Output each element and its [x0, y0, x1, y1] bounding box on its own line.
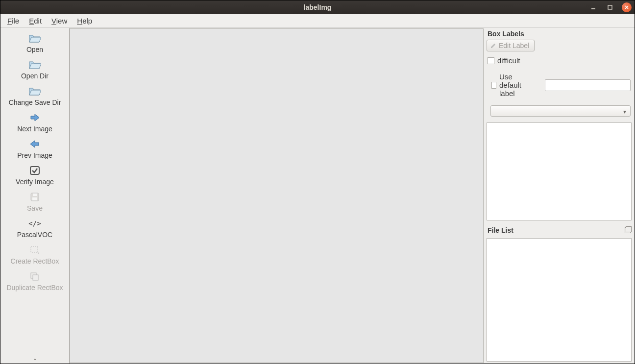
window-controls [588, 2, 632, 12]
menu-help[interactable]: Help [73, 15, 96, 26]
svg-rect-4 [30, 167, 39, 174]
file-list-panel: File List [486, 222, 633, 364]
svg-rect-1 [608, 5, 612, 9]
box-labels-list[interactable] [487, 122, 632, 220]
edit-label-button: Edit Label [487, 40, 535, 51]
use-default-label-checkbox[interactable] [491, 82, 496, 89]
next-image-button[interactable]: Next Image [0, 109, 69, 136]
folder-icon [28, 58, 41, 71]
edit-icon [490, 42, 497, 49]
difficult-label: difficult [497, 56, 520, 65]
use-default-label-row: Use default label [486, 71, 633, 99]
svg-rect-11 [33, 275, 38, 280]
use-default-label-text: Use default label [499, 73, 536, 97]
box-labels-title: Box Labels [486, 28, 633, 40]
default-label-input[interactable] [545, 79, 631, 91]
open-dir-label: Open Dir [21, 72, 49, 80]
edit-label-text: Edit Label [499, 42, 529, 49]
duplicate-rectbox-label: Duplicate RectBox [6, 284, 63, 291]
open-button[interactable]: Open [0, 30, 69, 56]
menubar: File Edit View Help [0, 14, 635, 28]
check-icon [29, 164, 40, 177]
maximize-icon [607, 4, 613, 10]
prev-image-label: Prev Image [17, 151, 52, 159]
change-save-dir-label: Change Save Dir [9, 98, 61, 106]
box-labels-panel: Box Labels Edit Label difficult Use defa… [486, 28, 633, 222]
duplicate-rectbox-button: Duplicate RectBox [0, 268, 69, 294]
code-icon: </> [28, 217, 41, 230]
app-window: labelImg File Edit View Help Open [0, 0, 635, 364]
format-label: PascalVOC [17, 231, 52, 239]
change-save-dir-button[interactable]: Change Save Dir [0, 83, 69, 109]
menu-view[interactable]: View [48, 15, 71, 26]
save-label: Save [27, 204, 43, 212]
file-list-header: File List [486, 224, 633, 235]
toolbar-expand-button[interactable]: ⌄ [0, 353, 69, 364]
rect-icon [29, 243, 40, 256]
create-rectbox-button: Create RectBox [0, 242, 69, 268]
folder-icon [28, 32, 41, 45]
minimize-button[interactable] [588, 2, 598, 12]
arrow-left-icon [29, 138, 41, 150]
svg-rect-6 [33, 194, 37, 196]
file-list-title: File List [488, 226, 513, 234]
menu-edit[interactable]: Edit [25, 15, 46, 26]
svg-rect-7 [32, 197, 37, 200]
label-combobox[interactable] [490, 105, 631, 117]
menu-file[interactable]: File [3, 15, 23, 26]
save-button: Save [0, 189, 69, 215]
right-panel: Box Labels Edit Label difficult Use defa… [484, 28, 635, 364]
undock-icon[interactable] [625, 227, 631, 233]
prev-image-button[interactable]: Prev Image [0, 136, 69, 162]
minimize-icon [590, 4, 596, 10]
next-image-label: Next Image [17, 125, 52, 133]
open-dir-button[interactable]: Open Dir [0, 56, 69, 83]
window-title: labelImg [304, 3, 332, 11]
image-canvas[interactable] [70, 28, 484, 363]
verify-image-button[interactable]: Verify Image [0, 162, 69, 189]
titlebar: labelImg [0, 0, 635, 14]
floppy-icon [30, 191, 40, 203]
close-icon [624, 5, 629, 10]
difficult-checkbox[interactable] [488, 57, 494, 64]
open-label: Open [26, 46, 43, 53]
folder-icon [28, 85, 41, 97]
file-list[interactable] [487, 238, 632, 362]
maximize-button[interactable] [605, 2, 615, 12]
copy-icon [29, 270, 40, 283]
chevron-down-icon: ⌄ [33, 355, 37, 361]
toolbar: Open Open Dir Change Save Dir Next Image… [0, 28, 70, 364]
verify-image-label: Verify Image [16, 178, 54, 186]
difficult-checkbox-row[interactable]: difficult [486, 54, 633, 67]
create-rectbox-label: Create RectBox [11, 257, 59, 265]
close-button[interactable] [622, 2, 632, 12]
arrow-right-icon [29, 111, 41, 124]
format-toggle-button[interactable]: </> PascalVOC [0, 215, 69, 242]
body: Open Open Dir Change Save Dir Next Image… [0, 28, 635, 364]
